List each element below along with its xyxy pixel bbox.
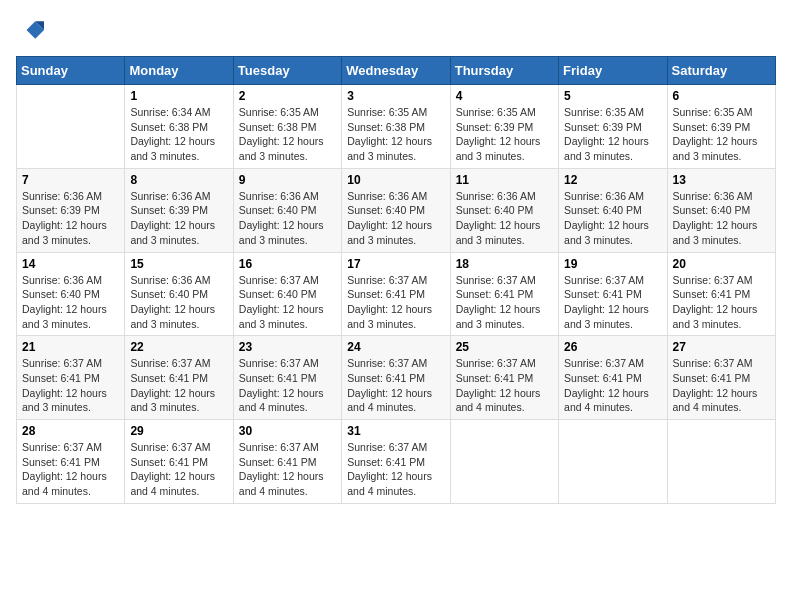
day-info: Sunrise: 6:37 AMSunset: 6:41 PMDaylight:… xyxy=(456,356,553,415)
day-info: Sunrise: 6:35 AMSunset: 6:39 PMDaylight:… xyxy=(564,105,661,164)
day-cell: 3Sunrise: 6:35 AMSunset: 6:38 PMDaylight… xyxy=(342,85,450,169)
day-cell: 21Sunrise: 6:37 AMSunset: 6:41 PMDayligh… xyxy=(17,336,125,420)
day-info: Sunrise: 6:37 AMSunset: 6:41 PMDaylight:… xyxy=(239,356,336,415)
day-info: Sunrise: 6:37 AMSunset: 6:41 PMDaylight:… xyxy=(130,356,227,415)
day-cell xyxy=(667,420,775,504)
day-number: 21 xyxy=(22,340,119,354)
day-cell: 4Sunrise: 6:35 AMSunset: 6:39 PMDaylight… xyxy=(450,85,558,169)
day-info: Sunrise: 6:37 AMSunset: 6:41 PMDaylight:… xyxy=(564,356,661,415)
day-number: 28 xyxy=(22,424,119,438)
day-cell: 9Sunrise: 6:36 AMSunset: 6:40 PMDaylight… xyxy=(233,168,341,252)
header-day-monday: Monday xyxy=(125,57,233,85)
day-info: Sunrise: 6:37 AMSunset: 6:41 PMDaylight:… xyxy=(347,273,444,332)
day-info: Sunrise: 6:36 AMSunset: 6:40 PMDaylight:… xyxy=(456,189,553,248)
day-number: 24 xyxy=(347,340,444,354)
day-number: 30 xyxy=(239,424,336,438)
week-row-4: 28Sunrise: 6:37 AMSunset: 6:41 PMDayligh… xyxy=(17,420,776,504)
day-number: 5 xyxy=(564,89,661,103)
day-number: 20 xyxy=(673,257,770,271)
day-cell: 29Sunrise: 6:37 AMSunset: 6:41 PMDayligh… xyxy=(125,420,233,504)
logo-icon xyxy=(16,16,44,44)
day-cell: 11Sunrise: 6:36 AMSunset: 6:40 PMDayligh… xyxy=(450,168,558,252)
day-info: Sunrise: 6:37 AMSunset: 6:41 PMDaylight:… xyxy=(347,356,444,415)
day-info: Sunrise: 6:36 AMSunset: 6:39 PMDaylight:… xyxy=(22,189,119,248)
day-cell: 17Sunrise: 6:37 AMSunset: 6:41 PMDayligh… xyxy=(342,252,450,336)
day-cell: 12Sunrise: 6:36 AMSunset: 6:40 PMDayligh… xyxy=(559,168,667,252)
day-number: 2 xyxy=(239,89,336,103)
day-number: 3 xyxy=(347,89,444,103)
day-number: 10 xyxy=(347,173,444,187)
day-info: Sunrise: 6:37 AMSunset: 6:41 PMDaylight:… xyxy=(564,273,661,332)
day-info: Sunrise: 6:37 AMSunset: 6:41 PMDaylight:… xyxy=(673,273,770,332)
day-info: Sunrise: 6:36 AMSunset: 6:40 PMDaylight:… xyxy=(239,189,336,248)
day-number: 4 xyxy=(456,89,553,103)
day-cell: 31Sunrise: 6:37 AMSunset: 6:41 PMDayligh… xyxy=(342,420,450,504)
day-cell: 8Sunrise: 6:36 AMSunset: 6:39 PMDaylight… xyxy=(125,168,233,252)
day-cell: 1Sunrise: 6:34 AMSunset: 6:38 PMDaylight… xyxy=(125,85,233,169)
day-info: Sunrise: 6:35 AMSunset: 6:38 PMDaylight:… xyxy=(347,105,444,164)
day-info: Sunrise: 6:36 AMSunset: 6:40 PMDaylight:… xyxy=(564,189,661,248)
header-day-wednesday: Wednesday xyxy=(342,57,450,85)
week-row-2: 14Sunrise: 6:36 AMSunset: 6:40 PMDayligh… xyxy=(17,252,776,336)
day-cell: 28Sunrise: 6:37 AMSunset: 6:41 PMDayligh… xyxy=(17,420,125,504)
day-cell: 6Sunrise: 6:35 AMSunset: 6:39 PMDaylight… xyxy=(667,85,775,169)
day-cell: 13Sunrise: 6:36 AMSunset: 6:40 PMDayligh… xyxy=(667,168,775,252)
day-info: Sunrise: 6:37 AMSunset: 6:41 PMDaylight:… xyxy=(456,273,553,332)
day-cell: 16Sunrise: 6:37 AMSunset: 6:40 PMDayligh… xyxy=(233,252,341,336)
day-number: 26 xyxy=(564,340,661,354)
day-number: 1 xyxy=(130,89,227,103)
day-number: 7 xyxy=(22,173,119,187)
day-info: Sunrise: 6:35 AMSunset: 6:39 PMDaylight:… xyxy=(456,105,553,164)
day-number: 29 xyxy=(130,424,227,438)
day-info: Sunrise: 6:37 AMSunset: 6:41 PMDaylight:… xyxy=(22,356,119,415)
day-info: Sunrise: 6:36 AMSunset: 6:40 PMDaylight:… xyxy=(673,189,770,248)
day-info: Sunrise: 6:37 AMSunset: 6:41 PMDaylight:… xyxy=(22,440,119,499)
day-info: Sunrise: 6:35 AMSunset: 6:38 PMDaylight:… xyxy=(239,105,336,164)
header-day-tuesday: Tuesday xyxy=(233,57,341,85)
day-number: 12 xyxy=(564,173,661,187)
day-cell: 19Sunrise: 6:37 AMSunset: 6:41 PMDayligh… xyxy=(559,252,667,336)
calendar-body: 1Sunrise: 6:34 AMSunset: 6:38 PMDaylight… xyxy=(17,85,776,504)
day-cell: 27Sunrise: 6:37 AMSunset: 6:41 PMDayligh… xyxy=(667,336,775,420)
day-number: 17 xyxy=(347,257,444,271)
day-cell: 5Sunrise: 6:35 AMSunset: 6:39 PMDaylight… xyxy=(559,85,667,169)
header-day-thursday: Thursday xyxy=(450,57,558,85)
day-info: Sunrise: 6:37 AMSunset: 6:41 PMDaylight:… xyxy=(239,440,336,499)
day-cell: 2Sunrise: 6:35 AMSunset: 6:38 PMDaylight… xyxy=(233,85,341,169)
day-info: Sunrise: 6:36 AMSunset: 6:40 PMDaylight:… xyxy=(347,189,444,248)
day-number: 16 xyxy=(239,257,336,271)
day-info: Sunrise: 6:36 AMSunset: 6:40 PMDaylight:… xyxy=(22,273,119,332)
day-cell: 7Sunrise: 6:36 AMSunset: 6:39 PMDaylight… xyxy=(17,168,125,252)
day-cell: 30Sunrise: 6:37 AMSunset: 6:41 PMDayligh… xyxy=(233,420,341,504)
day-cell: 15Sunrise: 6:36 AMSunset: 6:40 PMDayligh… xyxy=(125,252,233,336)
day-number: 13 xyxy=(673,173,770,187)
calendar-table: SundayMondayTuesdayWednesdayThursdayFrid… xyxy=(16,56,776,504)
day-number: 23 xyxy=(239,340,336,354)
day-cell: 20Sunrise: 6:37 AMSunset: 6:41 PMDayligh… xyxy=(667,252,775,336)
week-row-3: 21Sunrise: 6:37 AMSunset: 6:41 PMDayligh… xyxy=(17,336,776,420)
header-day-saturday: Saturday xyxy=(667,57,775,85)
calendar-header: SundayMondayTuesdayWednesdayThursdayFrid… xyxy=(17,57,776,85)
day-info: Sunrise: 6:34 AMSunset: 6:38 PMDaylight:… xyxy=(130,105,227,164)
day-cell: 24Sunrise: 6:37 AMSunset: 6:41 PMDayligh… xyxy=(342,336,450,420)
day-number: 22 xyxy=(130,340,227,354)
day-number: 11 xyxy=(456,173,553,187)
day-info: Sunrise: 6:37 AMSunset: 6:41 PMDaylight:… xyxy=(347,440,444,499)
day-info: Sunrise: 6:36 AMSunset: 6:39 PMDaylight:… xyxy=(130,189,227,248)
day-info: Sunrise: 6:37 AMSunset: 6:41 PMDaylight:… xyxy=(673,356,770,415)
day-info: Sunrise: 6:35 AMSunset: 6:39 PMDaylight:… xyxy=(673,105,770,164)
day-number: 25 xyxy=(456,340,553,354)
day-number: 19 xyxy=(564,257,661,271)
day-cell: 14Sunrise: 6:36 AMSunset: 6:40 PMDayligh… xyxy=(17,252,125,336)
day-cell xyxy=(559,420,667,504)
day-number: 18 xyxy=(456,257,553,271)
day-cell: 10Sunrise: 6:36 AMSunset: 6:40 PMDayligh… xyxy=(342,168,450,252)
header xyxy=(16,16,776,44)
day-cell xyxy=(17,85,125,169)
day-info: Sunrise: 6:36 AMSunset: 6:40 PMDaylight:… xyxy=(130,273,227,332)
day-number: 31 xyxy=(347,424,444,438)
day-cell: 18Sunrise: 6:37 AMSunset: 6:41 PMDayligh… xyxy=(450,252,558,336)
day-cell xyxy=(450,420,558,504)
header-day-friday: Friday xyxy=(559,57,667,85)
logo xyxy=(16,16,48,44)
